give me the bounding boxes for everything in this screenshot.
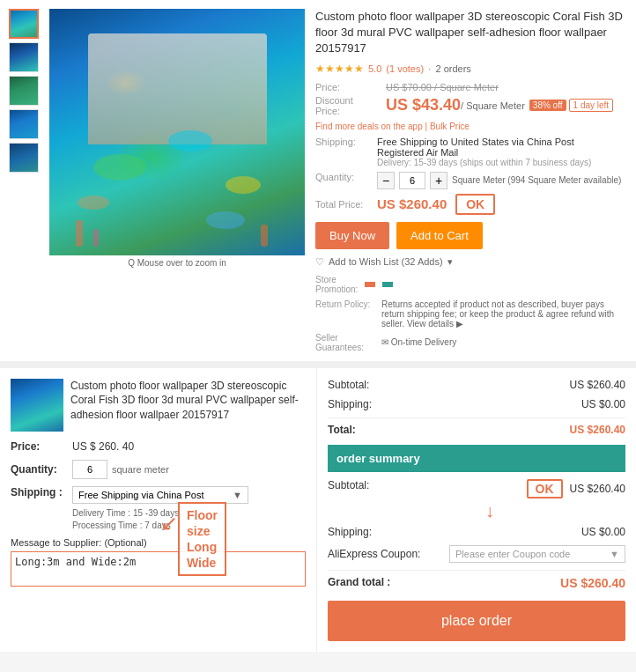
shipping-value: Free Shipping to United States via China… [377, 137, 623, 158]
shipping-delivery: Delivery: 15-39 days (ships out within 7… [377, 158, 623, 167]
shipping-label: Shipping: [315, 137, 377, 147]
return-policy-row: Return Policy: Returns accepted if produ… [315, 299, 623, 329]
ratings-row: ★★★★★ 5.0 (1 votes) · 2 orders [315, 63, 623, 75]
ok-badge: OK [455, 194, 495, 215]
votes-count: (1 votes) [386, 63, 424, 74]
day-badge: 1 day left [569, 99, 614, 112]
svg-point-3 [78, 196, 109, 210]
summary-subtotal-row: Subtotal: US $260.40 [328, 379, 625, 391]
price-label: Price: [315, 82, 386, 92]
summary-subtotal-label: Subtotal: [328, 379, 369, 391]
heart-icon: ♡ [315, 256, 324, 268]
seller-label: SellerGuarantees: [315, 333, 377, 352]
summary2-shipping-label: Shipping: [328, 526, 372, 538]
svg-rect-7 [261, 225, 268, 247]
grand-total-value: US $260.40 [560, 576, 625, 590]
svg-point-0 [93, 154, 146, 181]
thumbnail-2[interactable] [9, 42, 39, 72]
order-qty-label: Quantity: [11, 463, 72, 476]
promo-badge-2[interactable] [382, 282, 393, 287]
buy-now-button[interactable]: Buy Now [315, 222, 389, 249]
thumbnail-4[interactable] [9, 109, 39, 139]
place-order-button[interactable]: place order [328, 601, 625, 641]
svg-rect-5 [76, 220, 83, 247]
total-row: Total Price: US $260.40 OK [315, 194, 623, 215]
wishlist-text: Add to Wish List (32 Adds) [329, 256, 443, 267]
seller-row: SellerGuarantees: ✉ On-time Delivery [315, 333, 623, 352]
wishlist-arrow: ▾ [447, 256, 453, 268]
coupon-label: AliExpress Coupon: [328, 548, 420, 560]
off-badge: 38% off [529, 100, 566, 111]
order-qty-unit: square meter [112, 464, 169, 475]
order-summary-header: order summary [328, 445, 625, 472]
action-buttons: Buy Now Add to Cart [315, 222, 623, 249]
summary-total-value: US $260.40 [570, 424, 625, 436]
product-details: Custom photo floor wallpaper 3D stereosc… [305, 9, 627, 352]
image-gallery: Q Mouse over to zoom in [9, 9, 305, 352]
ok-badge-2: OK [527, 479, 563, 498]
summary2-shipping-row: Shipping: US $0.00 [328, 526, 625, 538]
thumbnail-list [9, 9, 41, 352]
qty-increase-button[interactable]: + [430, 172, 447, 189]
message-input[interactable]: Long:3m and Wide:2m [11, 551, 306, 587]
coupon-input-wrap[interactable]: Please enter Coupon code ▼ [449, 545, 625, 563]
product-title: Custom photo floor wallpaper 3D stereosc… [315, 9, 623, 57]
ok-arrow-icon: ↓ [354, 501, 625, 521]
order-product-thumbnail [11, 379, 63, 432]
discount-label: DiscountPrice: [315, 95, 386, 116]
promo-badge-1[interactable] [365, 282, 375, 287]
coupon-row: AliExpress Coupon: Please enter Coupon c… [328, 545, 625, 563]
summary-total-row: Total: US $260.40 [328, 424, 625, 436]
thumbnail-5[interactable] [9, 143, 39, 173]
qty-input[interactable] [399, 172, 425, 189]
return-policy-text: Returns accepted if product not as descr… [381, 299, 623, 329]
svg-point-4 [206, 211, 245, 229]
svg-point-2 [226, 176, 261, 194]
summary-total-label: Total: [328, 424, 356, 436]
thumbnail-1[interactable] [9, 9, 39, 39]
order-ship-label: Shipping : [11, 486, 72, 498]
order-shipping-row: Shipping : Free Shipping via China Post … [11, 486, 306, 504]
order-qty-input[interactable] [72, 460, 107, 479]
return-policy-label: Return Policy: [315, 299, 377, 309]
shipping-dropdown-value: Free Shipping via China Post [78, 490, 203, 500]
wishlist-row[interactable]: ♡ Add to Wish List (32 Adds) ▾ [315, 256, 623, 268]
add-to-cart-button[interactable]: Add to Cart [396, 222, 483, 249]
floor-size-line1: Floor size [187, 508, 218, 538]
order-price-value: US $ 260. 40 [72, 440, 134, 453]
svg-point-1 [168, 130, 212, 151]
shipping-row: Shipping: Free Shipping to United States… [315, 137, 623, 167]
svg-rect-6 [93, 229, 99, 247]
coupon-placeholder: Please enter Coupon code [455, 549, 570, 559]
grand-total-label: Grand total : [328, 576, 390, 590]
main-product-image [49, 9, 305, 255]
total-label: Total Price: [315, 199, 377, 210]
summary-shipping-label: Shipping: [328, 398, 372, 410]
summary2-subtotal-value: US $260.40 [570, 483, 625, 495]
orders-count: 2 orders [435, 63, 470, 74]
coupon-dropdown-icon: ▼ [610, 549, 619, 559]
qty-decrease-button[interactable]: − [377, 172, 395, 189]
summary2-shipping-value: US $0.00 [581, 526, 625, 538]
floor-size-box: Floor size Long Wide [178, 502, 226, 577]
order-form: Custom photo floor wallpaper 3D stereosc… [0, 368, 317, 652]
thumbnail-3[interactable] [9, 76, 39, 106]
message-label: Message to Supplier: (Optional) [11, 537, 306, 548]
order-summary-panel: Subtotal: US $260.40 Shipping: US $0.00 … [317, 368, 636, 652]
order-product-row: Custom photo floor wallpaper 3D stereosc… [11, 379, 306, 432]
summary-shipping-value: US $0.00 [581, 398, 625, 410]
find-more-link[interactable]: Find more deals on the app | Bulk Price [315, 122, 623, 131]
order-product-title: Custom photo floor wallpaper 3D stereosc… [70, 379, 306, 432]
store-promo-row: StorePromotion: [315, 275, 623, 294]
summary2-subtotal-label: Subtotal: [328, 479, 369, 498]
grand-total-row: Grand total : US $260.40 [328, 576, 625, 590]
shipping-dropdown[interactable]: Free Shipping via China Post ▼ [72, 486, 248, 504]
order-price-row: Price: US $ 260. 40 [11, 440, 306, 453]
message-row: Message to Supplier: (Optional) Floor si… [11, 537, 306, 589]
dropdown-arrow-icon: ▼ [233, 490, 242, 500]
main-image-container: Q Mouse over to zoom in [49, 9, 305, 264]
original-price: US $70.00 / Square Meter [386, 82, 499, 92]
store-promo-label: StorePromotion: [315, 275, 358, 294]
seller-text: ✉ On-time Delivery [381, 337, 456, 347]
total-price-value: US $260.40 [377, 196, 447, 211]
